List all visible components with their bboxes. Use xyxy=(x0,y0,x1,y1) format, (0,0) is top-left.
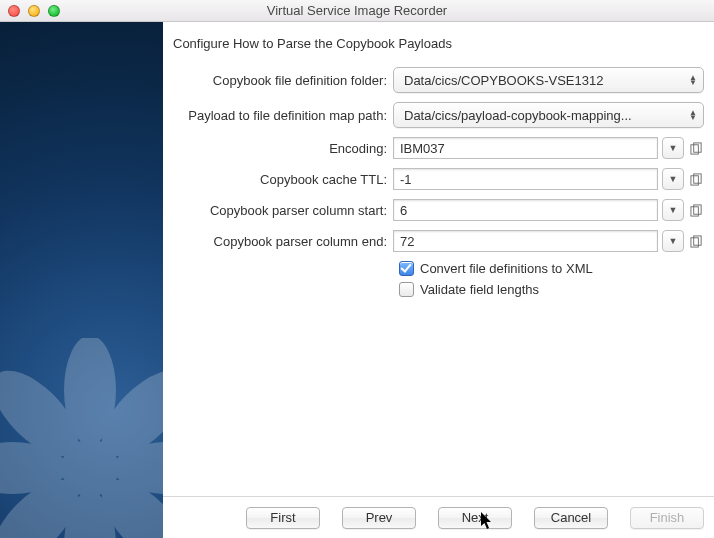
window-close-button[interactable] xyxy=(8,5,20,17)
label-column-start: Copybook parser column start: xyxy=(173,203,393,218)
encoding-dropdown-button[interactable]: ▼ xyxy=(662,137,684,159)
svg-rect-16 xyxy=(693,235,700,244)
label-copybook-folder: Copybook file definition folder: xyxy=(173,73,393,88)
cancel-button[interactable]: Cancel xyxy=(534,507,608,529)
copy-icon xyxy=(690,235,703,248)
copybook-folder-value: Data/cics/COPYBOOKS-VSE1312 xyxy=(404,73,603,88)
cache-ttl-copy-button[interactable] xyxy=(688,168,704,190)
chevron-down-icon: ▼ xyxy=(669,236,678,246)
svg-rect-9 xyxy=(690,144,697,153)
updown-arrows-icon: ▲▼ xyxy=(689,75,697,85)
decorative-flower-graphic xyxy=(0,338,163,538)
column-end-dropdown-button[interactable]: ▼ xyxy=(662,230,684,252)
window-title: Virtual Service Image Recorder xyxy=(0,3,714,18)
label-cache-ttl: Copybook cache TTL: xyxy=(173,172,393,187)
chevron-down-icon: ▼ xyxy=(669,205,678,215)
svg-rect-14 xyxy=(693,204,700,213)
convert-xml-label: Convert file definitions to XML xyxy=(420,261,593,276)
label-map-path: Payload to file definition map path: xyxy=(173,108,393,123)
label-encoding: Encoding: xyxy=(173,141,393,156)
first-button[interactable]: First xyxy=(246,507,320,529)
copybook-folder-select[interactable]: Data/cics/COPYBOOKS-VSE1312 ▲▼ xyxy=(393,67,704,93)
convert-xml-checkbox[interactable] xyxy=(399,261,414,276)
map-path-value: Data/cics/payload-copybook-mapping... xyxy=(404,108,632,123)
titlebar: Virtual Service Image Recorder xyxy=(0,0,714,22)
updown-arrows-icon: ▲▼ xyxy=(689,110,697,120)
wizard-footer: First Prev Next Cancel Finish xyxy=(163,496,714,538)
chevron-down-icon: ▼ xyxy=(669,143,678,153)
column-start-input[interactable] xyxy=(393,199,658,221)
copy-icon xyxy=(690,173,703,186)
window-zoom-button[interactable] xyxy=(48,5,60,17)
page-heading: Configure How to Parse the Copybook Payl… xyxy=(173,36,704,51)
window-minimize-button[interactable] xyxy=(28,5,40,17)
chevron-down-icon: ▼ xyxy=(669,174,678,184)
svg-rect-11 xyxy=(690,175,697,184)
encoding-copy-button[interactable] xyxy=(688,137,704,159)
copy-icon xyxy=(690,142,703,155)
validate-lengths-checkbox[interactable] xyxy=(399,282,414,297)
next-button[interactable]: Next xyxy=(438,507,512,529)
encoding-input[interactable] xyxy=(393,137,658,159)
svg-rect-10 xyxy=(693,142,700,151)
column-end-input[interactable] xyxy=(393,230,658,252)
column-start-dropdown-button[interactable]: ▼ xyxy=(662,199,684,221)
column-start-copy-button[interactable] xyxy=(688,199,704,221)
cache-ttl-dropdown-button[interactable]: ▼ xyxy=(662,168,684,190)
column-end-copy-button[interactable] xyxy=(688,230,704,252)
svg-rect-12 xyxy=(693,173,700,182)
wizard-side-banner xyxy=(0,22,163,538)
svg-rect-15 xyxy=(690,237,697,246)
prev-button[interactable]: Prev xyxy=(342,507,416,529)
validate-lengths-label: Validate field lengths xyxy=(420,282,539,297)
finish-button: Finish xyxy=(630,507,704,529)
copy-icon xyxy=(690,204,703,217)
svg-rect-13 xyxy=(690,206,697,215)
map-path-select[interactable]: Data/cics/payload-copybook-mapping... ▲▼ xyxy=(393,102,704,128)
cache-ttl-input[interactable] xyxy=(393,168,658,190)
label-column-end: Copybook parser column end: xyxy=(173,234,393,249)
